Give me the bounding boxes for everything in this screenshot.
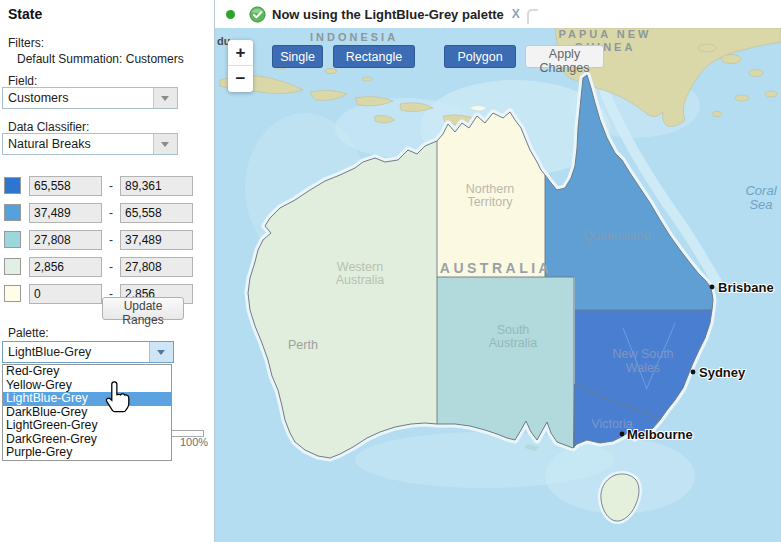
notification-bar: Now using the LightBlue-Grey palette X: [215, 0, 781, 28]
range-color-swatch: [4, 285, 21, 302]
arrow-glyph: [161, 96, 169, 105]
range-row: -: [0, 230, 215, 252]
success-check-icon: [249, 6, 266, 23]
label-northern-territory-1: Northern: [466, 182, 515, 196]
range-row: -: [0, 176, 215, 198]
label-new-south-wales-1: New South: [612, 347, 673, 361]
label-western-australia-2: Australia: [336, 273, 385, 287]
range-row: -: [0, 203, 215, 225]
basemap: INDONESIA PAPUA NEW GUINEA Coral Sea AUS…: [215, 28, 781, 542]
polygon-select-button[interactable]: Polygon: [444, 45, 516, 68]
chevron-down-icon[interactable]: [153, 134, 177, 154]
range-color-swatch: [4, 204, 21, 221]
label-perth: Perth: [288, 338, 318, 352]
city-dot-melbourne: [620, 432, 625, 437]
single-select-button[interactable]: Single: [272, 45, 323, 68]
city-dot-sydney: [691, 370, 696, 375]
arrow-glyph: [157, 350, 165, 359]
label-australia: AUSTRALIA: [440, 260, 552, 276]
palette-option-selected[interactable]: LightBlue-Grey: [3, 392, 171, 406]
palette-option[interactable]: DarkBlue-Grey: [3, 406, 171, 420]
label-south-australia-2: Australia: [489, 336, 538, 350]
label-new-south-wales-2: Wales: [626, 361, 660, 375]
palette-option[interactable]: Purple-Grey: [3, 446, 171, 460]
palette-label: Palette:: [8, 326, 49, 340]
label-indonesia: INDONESIA: [310, 31, 398, 43]
field-label: Field:: [8, 74, 37, 88]
palette-option[interactable]: LightGreen-Grey: [3, 419, 171, 433]
palette-select[interactable]: LightBlue-Grey: [2, 341, 174, 363]
chevron-down-icon[interactable]: [149, 342, 173, 362]
city-dot-brisbane: [710, 285, 715, 290]
range-separator: -: [106, 206, 116, 220]
range-to-input[interactable]: [120, 230, 193, 250]
range-from-input[interactable]: [29, 176, 102, 196]
label-northern-territory-2: Territory: [467, 195, 513, 209]
range-separator: -: [106, 179, 116, 193]
range-color-swatch: [4, 231, 21, 248]
map-canvas[interactable]: INDONESIA PAPUA NEW GUINEA Coral Sea AUS…: [215, 28, 781, 542]
label-western-australia-1: Western: [337, 260, 383, 274]
transparency-value: 100%: [180, 436, 208, 448]
zoom-in-button[interactable]: +: [228, 40, 253, 66]
label-brisbane: Brisbane: [718, 280, 774, 295]
classifier-label: Data Classifier:: [8, 120, 89, 134]
range-from-input[interactable]: [29, 230, 102, 250]
status-dot: [226, 10, 235, 19]
update-ranges-button[interactable]: Update Ranges: [102, 297, 184, 320]
range-row: -: [0, 257, 215, 279]
classifier-select[interactable]: Natural Breaks: [2, 133, 178, 155]
arrow-glyph: [161, 142, 169, 151]
label-coral-sea-1: Coral: [745, 183, 777, 198]
label-coral-sea-2: Sea: [749, 197, 772, 212]
range-separator: -: [106, 233, 116, 247]
palette-option[interactable]: Red-Grey: [3, 365, 171, 379]
notification-message: Now using the LightBlue-Grey palette: [272, 7, 504, 22]
range-color-swatch: [4, 177, 21, 194]
label-melbourne: Melbourne: [627, 427, 693, 442]
label-queensland: Queensland: [583, 229, 650, 243]
cursor-artifact: [527, 9, 538, 24]
application-window: State Filters: Default Summation: Custom…: [0, 0, 781, 542]
label-sydney: Sydney: [699, 365, 746, 380]
panel-title: State: [8, 6, 42, 22]
range-to-input[interactable]: [120, 176, 193, 196]
apply-changes-button[interactable]: Apply Changes: [525, 45, 604, 68]
chevron-down-icon[interactable]: [153, 88, 177, 108]
range-to-input[interactable]: [120, 203, 193, 223]
classifier-select-value: Natural Breaks: [8, 137, 91, 151]
region-south-australia[interactable]: [437, 277, 574, 448]
range-from-input[interactable]: [29, 257, 102, 277]
rectangle-select-button[interactable]: Rectangle: [333, 45, 415, 68]
zoom-out-button[interactable]: −: [228, 66, 253, 92]
filters-label: Filters:: [8, 36, 44, 50]
range-from-input[interactable]: [29, 284, 102, 304]
range-from-input[interactable]: [29, 203, 102, 223]
zoom-control: + −: [228, 40, 253, 92]
palette-option[interactable]: DarkGreen-Grey: [3, 433, 171, 447]
sidebar-panel: State Filters: Default Summation: Custom…: [0, 0, 215, 542]
range-separator: -: [106, 260, 116, 274]
close-icon[interactable]: X: [512, 7, 520, 21]
label-south-australia-1: South: [497, 323, 530, 337]
label-png-1: PAPUA NEW: [559, 28, 652, 40]
palette-option[interactable]: Yellow-Grey: [3, 379, 171, 393]
range-to-input[interactable]: [120, 257, 193, 277]
field-select-value: Customers: [8, 91, 68, 105]
palette-select-value: LightBlue-Grey: [8, 345, 91, 359]
palette-dropdown-list: Red-Grey Yellow-Grey LightBlue-Grey Dark…: [2, 364, 172, 461]
hand-cursor-icon: [101, 379, 134, 415]
field-select[interactable]: Customers: [2, 87, 178, 109]
range-color-swatch: [4, 258, 21, 275]
filters-value: Default Summation: Customers: [17, 52, 184, 66]
